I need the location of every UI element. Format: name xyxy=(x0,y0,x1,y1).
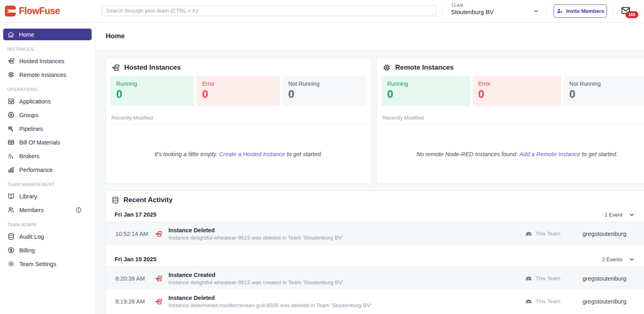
sidebar: Home INSTANCES Hosted Instances Remote I… xyxy=(0,23,95,314)
remote-instances-card: Remote Instances Running 0 Error 0 Not R… xyxy=(376,58,644,184)
performance-icon xyxy=(7,166,15,174)
notifications-button[interactable]: 166 xyxy=(620,6,636,20)
event-text: Instance Created Instance delightful-whe… xyxy=(168,272,525,285)
sidebar-item-label: Brokers xyxy=(19,153,39,159)
create-hosted-instance-link[interactable]: Create a Hosted Instance xyxy=(219,151,285,157)
home-icon xyxy=(7,31,14,38)
recently-modified-label: Recently Modified xyxy=(382,115,644,125)
sidebar-item-brokers[interactable]: Brokers xyxy=(3,150,92,162)
billing-icon xyxy=(7,246,15,254)
flowfuse-logo[interactable]: FlowFuse xyxy=(5,6,60,17)
invite-members-button[interactable]: Invite Members xyxy=(554,4,607,18)
stat-value: 0 xyxy=(116,88,189,101)
sidebar-item-label: Home xyxy=(19,31,35,38)
activity-group-date: Fri Jan 17 2025 xyxy=(115,211,156,218)
sidebar-item-label: Performance xyxy=(19,167,53,173)
sidebar-item-home[interactable]: Home xyxy=(3,29,92,40)
content-area: Hosted Instances Running 0 Error 0 Not R… xyxy=(96,50,644,314)
sidebar-item-members[interactable]: Members xyxy=(3,204,92,216)
sidebar-item-label: Members xyxy=(19,207,43,213)
chevron-down-icon[interactable] xyxy=(629,256,635,262)
sidebar-item-performance[interactable]: Performance xyxy=(3,164,92,176)
team-selector[interactable]: TEAM: Stoutenburg BV xyxy=(451,3,494,15)
event-scope: This Team xyxy=(525,298,582,305)
stat-running: Running 0 xyxy=(111,76,194,106)
recent-activity-icon xyxy=(111,196,119,204)
divider xyxy=(442,5,442,17)
event-count-label: 2 Events xyxy=(602,256,622,262)
sidebar-item-label: Remote Instances xyxy=(19,72,66,78)
activity-group-count[interactable]: 2 Events xyxy=(602,256,635,262)
event-description: Instance determined-mediterranean-gull-8… xyxy=(168,302,525,308)
activity-group-date: Fri Jan 10 2025 xyxy=(115,256,156,262)
flowfuse-logo-text: FlowFuse xyxy=(19,6,60,17)
pipelines-icon xyxy=(7,125,15,132)
sidebar-item-library[interactable]: Library xyxy=(3,190,92,202)
stat-not-running: Not Running 0 xyxy=(564,76,644,106)
sidebar-item-label: Applications xyxy=(19,98,51,105)
stat-label: Error xyxy=(478,81,556,87)
recent-activity-card: Recent Activity Fri Jan 17 2025 1 Event … xyxy=(105,190,644,314)
empty-state-text: to get started. xyxy=(287,151,322,157)
divider xyxy=(613,5,613,17)
sidebar-item-label: Team Settings xyxy=(19,261,56,267)
remote-instances-icon xyxy=(382,63,391,72)
event-user: gregstoutenburg xyxy=(582,298,644,305)
sidebar-item-label: Pipelines xyxy=(19,126,43,132)
team-label: TEAM: xyxy=(451,3,494,8)
empty-state-text: to get started. xyxy=(582,151,618,157)
team-name: Stoutenburg BV xyxy=(451,8,494,15)
sidebar-item-audit-log[interactable]: Audit Log xyxy=(3,231,92,242)
event-user: gregstoutenburg xyxy=(582,275,644,282)
audit-log-icon xyxy=(7,233,15,240)
search-input[interactable] xyxy=(102,5,436,16)
stat-error: Error 0 xyxy=(197,76,280,106)
divider xyxy=(546,5,546,17)
remote-empty-state: No remote Node-RED Instances found. Add … xyxy=(377,125,644,184)
library-icon xyxy=(7,192,15,200)
sidebar-item-pipelines[interactable]: Pipelines xyxy=(3,123,92,134)
sidebar-item-label: Billing xyxy=(19,247,35,254)
event-title: Instance Created xyxy=(168,272,525,278)
sidebar-item-billing[interactable]: Billing xyxy=(3,244,92,256)
event-scope-label: This Team xyxy=(535,231,560,237)
event-scope-label: This Team xyxy=(535,298,560,304)
sidebar-item-label: Hosted Instances xyxy=(19,58,64,64)
sidebar-item-label: Library xyxy=(19,193,37,200)
empty-state-text: It's looking a little empty. xyxy=(154,151,217,157)
event-time: 8:20:39 AM xyxy=(115,275,152,282)
sidebar-item-applications[interactable]: Applications xyxy=(3,95,92,107)
activity-row[interactable]: 8:20:39 AM Instance Created Instance del… xyxy=(106,267,644,290)
event-description: Instance delightful-wheatear-9515 was de… xyxy=(168,235,525,241)
add-remote-instance-link[interactable]: Add a Remote Instance xyxy=(519,151,580,157)
chevron-down-icon[interactable] xyxy=(533,8,539,14)
event-text: Instance Deleted Instance determined-med… xyxy=(168,295,525,308)
activity-row[interactable]: 10:52:14 AM Instance Deleted Instance de… xyxy=(106,222,644,245)
stat-error: Error 0 xyxy=(473,76,562,106)
hosted-empty-state: It's looking a little empty. Create a Ho… xyxy=(106,125,371,184)
activity-row[interactable]: 8:19:28 AM Instance Deleted Instance det… xyxy=(106,290,644,313)
divider xyxy=(642,5,642,17)
members-icon xyxy=(7,206,15,214)
sidebar-item-hosted-instances[interactable]: Hosted Instances xyxy=(3,55,92,67)
instance-event-icon xyxy=(155,275,163,283)
applications-icon xyxy=(7,97,15,105)
stat-label: Running xyxy=(387,81,465,87)
top-bar: FlowFuse TEAM: Stoutenburg BV Invite Mem… xyxy=(0,0,644,23)
event-scope: This Team xyxy=(525,230,582,238)
team-icon xyxy=(525,275,532,282)
stat-not-running: Not Running 0 xyxy=(283,76,366,106)
sidebar-item-bill-of-materials[interactable]: Bill Of Materials xyxy=(3,136,92,148)
team-icon xyxy=(525,230,532,238)
sidebar-item-remote-instances[interactable]: Remote Instances xyxy=(3,69,92,81)
stat-value: 0 xyxy=(288,88,361,101)
stat-value: 0 xyxy=(478,88,556,101)
stat-running: Running 0 xyxy=(381,76,470,106)
sidebar-item-groups[interactable]: Groups xyxy=(3,109,92,121)
chevron-down-icon[interactable] xyxy=(629,212,635,218)
activity-group-count[interactable]: 1 Event xyxy=(605,212,635,218)
sidebar-item-team-settings[interactable]: Team Settings xyxy=(3,258,92,270)
stat-value: 0 xyxy=(387,88,465,101)
empty-state-text: No remote Node-RED Instances found. xyxy=(416,151,518,157)
main-area: Home Hosted Instances Running 0 xyxy=(96,23,644,314)
